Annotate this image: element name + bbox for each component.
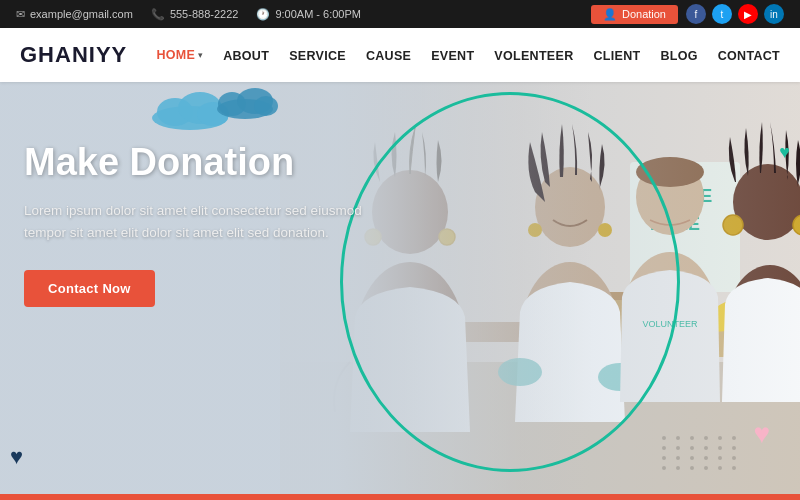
topbar-right: 👤 Donation f t ▶ in xyxy=(591,4,784,24)
nav-link-home[interactable]: HOME xyxy=(156,48,195,62)
social-icons: f t ▶ in xyxy=(686,4,784,24)
nav-item-cause[interactable]: CAUSE xyxy=(366,46,411,64)
hero-content: Make Donation Lorem ipsum dolor sit amet… xyxy=(24,142,404,307)
clock-icon: 🕐 xyxy=(256,8,270,21)
topbar-left: ✉ example@gmail.com 📞 555-888-2222 🕐 9:0… xyxy=(16,8,361,21)
nav-link-volunteer[interactable]: VOLENTEER xyxy=(494,49,573,63)
chevron-down-icon: ▾ xyxy=(198,50,203,60)
hours-text: 9:00AM - 6:00PM xyxy=(275,8,361,20)
topbar: ✉ example@gmail.com 📞 555-888-2222 🕐 9:0… xyxy=(0,0,800,28)
nav-item-client[interactable]: CLIENT xyxy=(593,46,640,64)
twitter-icon[interactable]: t xyxy=(712,4,732,24)
nav-link-client[interactable]: CLIENT xyxy=(593,49,640,63)
nav-item-service[interactable]: SERVICE xyxy=(289,46,346,64)
nav-item-contact[interactable]: CONTACT xyxy=(718,46,780,64)
hero-section: DONATE HERE VOLUNTEER xyxy=(0,82,800,500)
hero-title: Make Donation xyxy=(24,142,404,184)
nav-item-event[interactable]: EVENT xyxy=(431,46,474,64)
nav-item-blog[interactable]: BLOG xyxy=(660,46,697,64)
nav-link-event[interactable]: EVENT xyxy=(431,49,474,63)
cloud-decoration-2 xyxy=(210,87,280,119)
linkedin-icon[interactable]: in xyxy=(764,4,784,24)
nav-links: HOME ▾ ABOUT SERVICE CAUSE EVENT VOLENTE… xyxy=(156,46,780,64)
email-info: ✉ example@gmail.com xyxy=(16,8,133,21)
phone-info: 📞 555-888-2222 xyxy=(151,8,239,21)
navbar: GHANIYY HOME ▾ ABOUT SERVICE CAUSE EVENT… xyxy=(0,28,800,82)
email-icon: ✉ xyxy=(16,8,25,21)
donation-label: Donation xyxy=(622,8,666,20)
donation-button[interactable]: 👤 Donation xyxy=(591,5,678,24)
nav-link-blog[interactable]: BLOG xyxy=(660,49,697,63)
nav-item-about[interactable]: ABOUT xyxy=(223,46,269,64)
person-icon: 👤 xyxy=(603,8,617,21)
nav-link-service[interactable]: SERVICE xyxy=(289,49,346,63)
heart-decoration-teal: ♥ xyxy=(779,142,790,163)
red-accent-bar xyxy=(0,494,800,500)
svg-point-41 xyxy=(254,96,278,116)
dot-pattern xyxy=(662,436,740,470)
phone-icon: 📞 xyxy=(151,8,165,21)
facebook-icon[interactable]: f xyxy=(686,4,706,24)
logo: GHANIYY xyxy=(20,42,127,68)
nav-link-contact[interactable]: CONTACT xyxy=(718,49,780,63)
nav-item-home[interactable]: HOME ▾ xyxy=(156,48,203,62)
hours-info: 🕐 9:00AM - 6:00PM xyxy=(256,8,361,21)
cta-button[interactable]: Contact Now xyxy=(24,270,155,307)
heart-decoration-pink: ♥ xyxy=(753,418,770,450)
email-text: example@gmail.com xyxy=(30,8,133,20)
nav-link-about[interactable]: ABOUT xyxy=(223,49,269,63)
phone-text: 555-888-2222 xyxy=(170,8,239,20)
heart-decoration-dark: ♥ xyxy=(10,444,23,470)
nav-item-volunteer[interactable]: VOLENTEER xyxy=(494,46,573,64)
nav-link-cause[interactable]: CAUSE xyxy=(366,49,411,63)
hero-body: Lorem ipsum dolor sit amet elit consecte… xyxy=(24,200,404,245)
youtube-icon[interactable]: ▶ xyxy=(738,4,758,24)
